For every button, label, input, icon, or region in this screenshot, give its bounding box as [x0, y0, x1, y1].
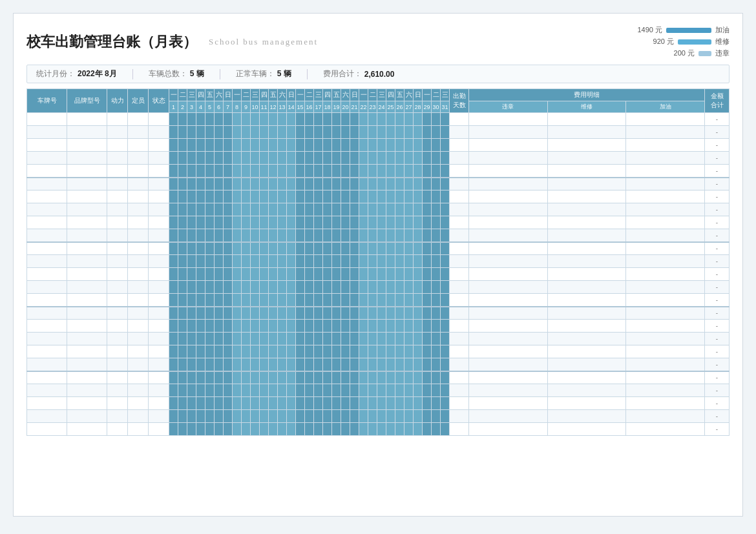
day-cell-22[interactable]: [359, 178, 368, 190]
day-cell-23[interactable]: [368, 203, 377, 216]
day-cell-12[interactable]: [269, 229, 278, 242]
day-cell-17[interactable]: [314, 229, 323, 242]
day-cell-10[interactable]: [251, 203, 260, 216]
day-cell-24[interactable]: [377, 410, 386, 423]
day-cell-30[interactable]: [432, 165, 441, 178]
day-cell-19[interactable]: [332, 139, 341, 152]
day-cell-10[interactable]: [251, 358, 260, 371]
day-cell-18[interactable]: [323, 397, 332, 410]
day-cell-7[interactable]: [224, 294, 233, 307]
day-cell-9[interactable]: [242, 281, 251, 294]
day-cell-5[interactable]: [205, 294, 215, 307]
day-cell-5[interactable]: [205, 345, 215, 358]
day-cell-22[interactable]: [359, 371, 368, 384]
day-cell-24[interactable]: [377, 397, 386, 410]
day-cell-16[interactable]: [305, 423, 314, 436]
day-cell-20[interactable]: [341, 126, 350, 139]
day-cell-23[interactable]: [368, 229, 377, 242]
day-cell-5[interactable]: [205, 242, 215, 255]
day-cell-2[interactable]: [178, 216, 187, 229]
day-cell-1[interactable]: [169, 307, 178, 320]
day-cell-29[interactable]: [423, 113, 432, 126]
day-cell-7[interactable]: [224, 242, 233, 255]
day-cell-21[interactable]: [350, 358, 359, 371]
day-cell-15[interactable]: [296, 423, 305, 436]
day-cell-11[interactable]: [260, 126, 269, 139]
day-cell-25[interactable]: [386, 320, 395, 333]
day-cell-5[interactable]: [205, 333, 215, 345]
day-cell-21[interactable]: [350, 345, 359, 358]
day-cell-3[interactable]: [187, 358, 196, 371]
day-cell-9[interactable]: [242, 178, 251, 190]
day-cell-30[interactable]: [432, 410, 441, 423]
day-cell-27[interactable]: [404, 384, 414, 397]
day-cell-31[interactable]: [441, 190, 450, 203]
day-cell-5[interactable]: [205, 397, 215, 410]
day-cell-2[interactable]: [178, 255, 187, 268]
day-cell-13[interactable]: [278, 397, 287, 410]
day-cell-28[interactable]: [414, 410, 423, 423]
day-cell-31[interactable]: [441, 333, 450, 345]
day-cell-25[interactable]: [386, 229, 395, 242]
day-cell-7[interactable]: [224, 229, 233, 242]
day-cell-9[interactable]: [242, 423, 251, 436]
day-cell-18[interactable]: [323, 423, 332, 436]
day-cell-30[interactable]: [432, 113, 441, 126]
day-cell-17[interactable]: [314, 384, 323, 397]
day-cell-25[interactable]: [386, 281, 395, 294]
day-cell-15[interactable]: [296, 165, 305, 178]
day-cell-2[interactable]: [178, 307, 187, 320]
day-cell-17[interactable]: [314, 358, 323, 371]
day-cell-4[interactable]: [196, 126, 205, 139]
day-cell-1[interactable]: [169, 203, 178, 216]
day-cell-25[interactable]: [386, 242, 395, 255]
day-cell-28[interactable]: [414, 423, 423, 436]
day-cell-17[interactable]: [314, 178, 323, 190]
day-cell-19[interactable]: [332, 190, 341, 203]
day-cell-5[interactable]: [205, 268, 215, 281]
day-cell-15[interactable]: [296, 126, 305, 139]
day-cell-2[interactable]: [178, 126, 187, 139]
day-cell-14[interactable]: [287, 229, 296, 242]
day-cell-12[interactable]: [269, 345, 278, 358]
day-cell-17[interactable]: [314, 113, 323, 126]
day-cell-26[interactable]: [395, 281, 404, 294]
day-cell-4[interactable]: [196, 320, 205, 333]
day-cell-25[interactable]: [386, 384, 395, 397]
day-cell-14[interactable]: [287, 126, 296, 139]
day-cell-27[interactable]: [404, 294, 414, 307]
day-cell-1[interactable]: [169, 371, 178, 384]
day-cell-17[interactable]: [314, 397, 323, 410]
day-cell-11[interactable]: [260, 139, 269, 152]
day-cell-7[interactable]: [224, 371, 233, 384]
day-cell-15[interactable]: [296, 139, 305, 152]
day-cell-28[interactable]: [414, 307, 423, 320]
day-cell-16[interactable]: [305, 216, 314, 229]
day-cell-6[interactable]: [215, 397, 224, 410]
day-cell-5[interactable]: [205, 384, 215, 397]
day-cell-16[interactable]: [305, 307, 314, 320]
day-cell-8[interactable]: [233, 152, 242, 165]
day-cell-6[interactable]: [215, 294, 224, 307]
day-cell-20[interactable]: [341, 216, 350, 229]
day-cell-5[interactable]: [205, 190, 215, 203]
day-cell-30[interactable]: [432, 216, 441, 229]
day-cell-15[interactable]: [296, 268, 305, 281]
day-cell-23[interactable]: [368, 126, 377, 139]
day-cell-31[interactable]: [441, 113, 450, 126]
day-cell-31[interactable]: [441, 294, 450, 307]
day-cell-2[interactable]: [178, 384, 187, 397]
day-cell-28[interactable]: [414, 320, 423, 333]
day-cell-1[interactable]: [169, 281, 178, 294]
day-cell-8[interactable]: [233, 113, 242, 126]
day-cell-27[interactable]: [404, 216, 414, 229]
day-cell-27[interactable]: [404, 423, 414, 436]
day-cell-30[interactable]: [432, 203, 441, 216]
day-cell-13[interactable]: [278, 345, 287, 358]
day-cell-26[interactable]: [395, 397, 404, 410]
day-cell-25[interactable]: [386, 397, 395, 410]
day-cell-13[interactable]: [278, 229, 287, 242]
day-cell-25[interactable]: [386, 410, 395, 423]
day-cell-24[interactable]: [377, 203, 386, 216]
day-cell-5[interactable]: [205, 152, 215, 165]
